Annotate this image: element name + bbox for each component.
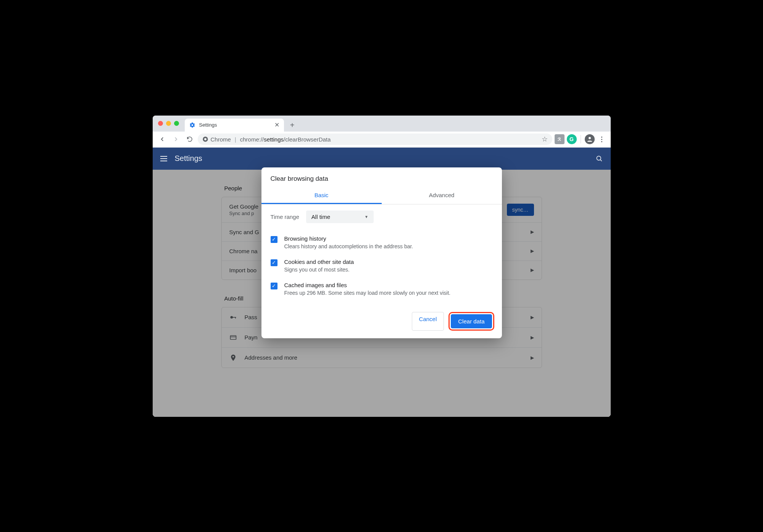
search-icon[interactable] — [595, 155, 603, 162]
grammarly-icon[interactable]: G — [567, 134, 577, 144]
browser-toolbar: Chrome | chrome://settings/clearBrowserD… — [153, 132, 611, 148]
browser-window: Settings ✕ + Chrome | chrome://settings/… — [153, 116, 611, 417]
svg-point-3 — [597, 156, 601, 160]
dialog-body: Time range All time ▼ ✓ Browsing history… — [261, 204, 502, 307]
back-button[interactable] — [156, 133, 168, 145]
check-label: Cached images and files — [284, 282, 451, 288]
settings-appbar: Settings — [153, 148, 611, 170]
check-label: Cookies and other site data — [284, 259, 354, 265]
check-item-cookies[interactable]: ✓ Cookies and other site data Signs you … — [271, 254, 493, 277]
close-window-button[interactable] — [158, 121, 163, 126]
clear-data-button[interactable]: Clear data — [451, 314, 492, 328]
chrome-origin-icon: Chrome — [202, 136, 231, 143]
tab-title: Settings — [199, 122, 217, 128]
clear-browsing-data-dialog: Clear browsing data Basic Advanced Time … — [261, 167, 502, 338]
svg-point-1 — [204, 138, 206, 140]
page-content: Settings People Get Google Sync and p sy… — [153, 148, 611, 417]
time-range-select[interactable]: All time ▼ — [306, 211, 374, 223]
checkbox-checked-icon[interactable]: ✓ — [271, 259, 277, 266]
time-range-row: Time range All time ▼ — [271, 211, 493, 223]
scheme-label: Chrome — [211, 136, 231, 143]
minimize-window-button[interactable] — [166, 121, 171, 126]
separator: | — [235, 136, 236, 143]
window-controls — [158, 121, 179, 126]
dialog-title: Clear browsing data — [261, 167, 502, 187]
tab-strip: Settings ✕ + — [153, 116, 611, 132]
forward-button[interactable] — [170, 133, 182, 145]
gear-icon — [189, 122, 195, 128]
dialog-actions: Cancel Clear data — [261, 307, 502, 331]
close-tab-button[interactable]: ✕ — [274, 121, 279, 129]
tab-basic[interactable]: Basic — [261, 187, 382, 204]
browser-tab[interactable]: Settings ✕ — [185, 119, 284, 132]
checkbox-checked-icon[interactable]: ✓ — [271, 236, 277, 243]
cancel-button[interactable]: Cancel — [412, 312, 444, 331]
reload-button[interactable] — [184, 133, 195, 145]
dialog-tabs: Basic Advanced — [261, 187, 502, 204]
url-text: chrome://settings/clearBrowserData — [240, 136, 331, 143]
check-description: Frees up 296 MB. Some sites may load mor… — [284, 290, 451, 296]
chevron-down-icon: ▼ — [365, 215, 368, 219]
separator — [581, 135, 581, 143]
new-tab-button[interactable]: + — [286, 119, 298, 132]
time-range-label: Time range — [271, 214, 299, 220]
profile-avatar[interactable] — [585, 134, 595, 144]
maximize-window-button[interactable] — [174, 121, 179, 126]
highlight-annotation: Clear data — [448, 312, 494, 331]
check-item-cache[interactable]: ✓ Cached images and files Frees up 296 M… — [271, 277, 493, 301]
page-title: Settings — [175, 154, 202, 163]
svg-point-2 — [589, 137, 591, 139]
checkbox-checked-icon[interactable]: ✓ — [271, 283, 277, 289]
kebab-menu-icon[interactable] — [597, 137, 607, 142]
tab-advanced[interactable]: Advanced — [382, 187, 502, 204]
check-label: Browsing history — [284, 235, 413, 242]
address-bar[interactable]: Chrome | chrome://settings/clearBrowserD… — [198, 133, 552, 145]
bookmark-star-icon[interactable]: ☆ — [542, 135, 548, 143]
extension-icon[interactable]: ℛ — [555, 134, 565, 144]
check-description: Clears history and autocompletions in th… — [284, 243, 413, 249]
check-description: Signs you out of most sites. — [284, 267, 354, 273]
hamburger-icon[interactable] — [160, 156, 167, 161]
check-item-history[interactable]: ✓ Browsing history Clears history and au… — [271, 231, 493, 254]
